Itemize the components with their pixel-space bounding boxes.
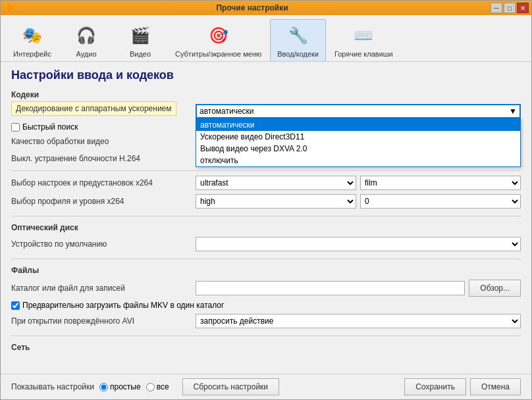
x264-preset-selects: ultrafast film (196, 176, 521, 190)
radio-all-option: все (146, 382, 169, 391)
folder-input-row: Обзор... (196, 280, 521, 297)
x264-preset-control: ultrafast film (196, 176, 521, 190)
divider-3 (11, 259, 521, 259)
preload-mkv-row: Предварительно загрузить файлы MKV в оди… (11, 299, 521, 312)
hw-accel-control: автоматически ▼ автоматически Ускорение … (196, 104, 521, 118)
main-content: Кодеки Декодирование с аппаратным ускоре… (1, 86, 531, 374)
preload-mkv-checkbox[interactable] (11, 301, 20, 310)
hw-accel-label: Декодирование с аппаратным ускорением (11, 104, 196, 113)
device-label: Устройство по умолчанию (11, 239, 196, 249)
reset-button[interactable]: Сбросить настройки (182, 378, 279, 395)
section-files-header: Файлы (11, 262, 521, 278)
x264-tune-select[interactable]: film (360, 176, 521, 190)
tab-interface[interactable]: 🎭 Интерфейс (6, 19, 59, 61)
content-area: Настройки ввода и кодеков Кодеки Декодир… (1, 62, 531, 399)
fast-search-label: Быстрый поиск (22, 122, 78, 132)
titlebar-icon: 🔶 (3, 3, 14, 13)
hw-accel-dropdown[interactable]: автоматически ▼ автоматически Ускорение … (196, 104, 521, 118)
device-control (196, 237, 521, 251)
page-title: Настройки ввода и кодеков (1, 62, 531, 86)
skip-h264-label: Выкл. устранение блочности H.264 (11, 154, 196, 163)
x264-profile-selects: high 0 (196, 194, 521, 209)
x264-profile-row: Выбор профиля и уровня x264 high 0 (11, 192, 521, 211)
input-icon: 🔧 (285, 22, 311, 49)
folder-row: Каталог или файл для записей Обзор... (11, 278, 521, 299)
cancel-button[interactable]: Отмена (470, 378, 521, 395)
folder-label: Каталог или файл для записей (11, 284, 196, 293)
action-buttons: Сохранить Отмена (404, 378, 521, 395)
dropdown-item-disable[interactable]: отключить (196, 155, 520, 166)
divider-4 (11, 336, 521, 336)
titlebar-title: Прочие настройки (14, 3, 491, 12)
tab-input[interactable]: 🔧 Ввод/кодеки (270, 19, 326, 61)
damaged-avi-select[interactable]: запросить действие (196, 314, 521, 328)
titlebar-controls: ─ □ ✕ (491, 3, 529, 13)
show-settings-label: Показывать настройки (11, 382, 94, 391)
tab-video[interactable]: 🎬 Видео (114, 19, 167, 61)
interface-icon: 🎭 (19, 22, 45, 49)
device-select[interactable] (196, 237, 521, 251)
tab-audio-label: Аудио (76, 50, 96, 58)
x264-profile-label: Выбор профиля и уровня x264 (11, 197, 196, 206)
hw-accel-trigger[interactable]: автоматически ▼ (196, 104, 521, 118)
minimize-button[interactable]: ─ (491, 3, 502, 13)
dropdown-item-dxva[interactable]: Вывод видео через DXVA 2.0 (196, 143, 520, 155)
tab-input-label: Ввод/кодеки (277, 50, 319, 58)
x264-preset-row: Выбор настроек и предустановок x264 ultr… (11, 174, 521, 192)
dropdown-item-d3d11[interactable]: Ускорение видео Direct3D11 (196, 131, 520, 143)
section-network-header: Сеть (11, 339, 521, 355)
titlebar: 🔶 Прочие настройки ─ □ ✕ (1, 1, 531, 15)
save-button[interactable]: Сохранить (404, 378, 466, 395)
show-settings-group: Показывать настройки простые все Сбросит… (11, 378, 279, 395)
tab-subtitles-label: Субтитры/экранное меню (175, 50, 261, 58)
bottom-bar: Показывать настройки простые все Сбросит… (1, 374, 531, 399)
section-network: Сеть (11, 339, 521, 355)
nav-tabs: 🎭 Интерфейс 🎧 Аудио 🎬 Видео 🎯 Субтитры/э… (1, 15, 531, 62)
dropdown-item-auto[interactable]: автоматически (196, 119, 520, 131)
browse-button[interactable]: Обзор... (469, 280, 521, 297)
folder-input[interactable] (196, 281, 465, 295)
section-codecs-header: Кодеки (11, 86, 521, 102)
divider-1 (11, 170, 521, 171)
radio-simple[interactable] (99, 383, 108, 391)
tab-hotkeys[interactable]: ⌨️ Горячие клавиши (327, 19, 400, 61)
video-quality-label: Качество обработки видео (11, 137, 196, 146)
section-codecs: Кодеки Декодирование с аппаратным ускоре… (11, 86, 521, 211)
x264-level-select[interactable]: 0 (360, 194, 521, 209)
radio-simple-option: простые (99, 382, 141, 391)
subtitles-icon: 🎯 (205, 22, 232, 49)
divider-2 (11, 216, 521, 216)
hotkeys-icon: ⌨️ (350, 22, 377, 49)
damaged-avi-label: При открытии повреждённого AVI (11, 316, 196, 326)
radio-all[interactable] (146, 383, 155, 391)
hw-accel-row: Декодирование с аппаратным ускорением ав… (11, 102, 521, 120)
tab-audio[interactable]: 🎧 Аудио (60, 19, 113, 61)
section-files: Файлы Каталог или файл для записей Обзор… (11, 262, 521, 330)
section-optical: Оптический диск Устройство по умолчанию (11, 219, 521, 253)
hw-accel-dropdown-menu: автоматически Ускорение видео Direct3D11… (196, 118, 521, 167)
preload-mkv-label: Предварительно загрузить файлы MKV в оди… (22, 301, 224, 310)
damaged-avi-control: запросить действие (196, 314, 521, 328)
video-icon: 🎬 (127, 22, 153, 49)
x264-preset-select[interactable]: ultrafast (196, 176, 356, 190)
main-window: 🔶 Прочие настройки ─ □ ✕ 🎭 Интерфейс 🎧 А… (0, 0, 532, 400)
folder-control: Обзор... (196, 280, 521, 297)
device-row: Устройство по умолчанию (11, 235, 521, 253)
x264-profile-select[interactable]: high (196, 194, 356, 209)
close-button[interactable]: ✕ (517, 3, 529, 13)
x264-profile-control: high 0 (196, 194, 521, 209)
x264-preset-label: Выбор настроек и предустановок x264 (11, 178, 196, 188)
tab-subtitles[interactable]: 🎯 Субтитры/экранное меню (168, 19, 269, 61)
section-optical-header: Оптический диск (11, 219, 521, 235)
audio-icon: 🎧 (73, 22, 99, 49)
radio-all-label: все (157, 382, 169, 391)
tab-interface-label: Интерфейс (13, 50, 51, 58)
tab-video-label: Видео (130, 50, 151, 58)
fast-search-checkbox[interactable] (11, 123, 20, 132)
maximize-button[interactable]: □ (504, 3, 516, 13)
tab-hotkeys-label: Горячие клавиши (334, 50, 393, 58)
radio-simple-label: простые (110, 382, 141, 391)
damaged-avi-row: При открытии повреждённого AVI запросить… (11, 312, 521, 330)
